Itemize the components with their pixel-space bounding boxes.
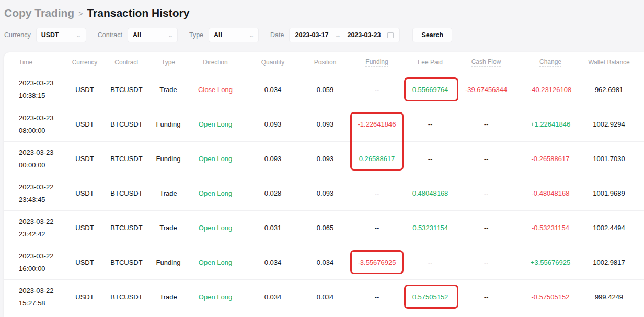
currency-select[interactable]: USDT ⌄ bbox=[36, 28, 86, 42]
contract-select[interactable]: All ⌄ bbox=[128, 28, 178, 42]
cell-time-line: 08:00:00 bbox=[19, 124, 45, 137]
cell-time-line: 16:00:00 bbox=[19, 263, 45, 275]
cell-type: Funding bbox=[148, 142, 188, 176]
cell-value: BTCUSDT bbox=[110, 86, 142, 94]
cell-value: 1002.9817 bbox=[593, 258, 625, 266]
column-header-label: Direction bbox=[203, 59, 227, 66]
cell-quantity: 0.031 bbox=[243, 211, 303, 245]
column-header-label: Cash Flow bbox=[472, 58, 501, 67]
cell-value: 1002.9294 bbox=[593, 120, 625, 128]
cell-funding: -- bbox=[347, 280, 407, 314]
table-row: 2023-03-2223:43:45USDTBTCUSDTTradeOpen L… bbox=[4, 176, 644, 210]
cell-currency: USDT bbox=[65, 107, 105, 141]
column-header-label: Change bbox=[539, 58, 561, 67]
cell-quantity: 0.034 bbox=[243, 72, 303, 107]
cell-cash-flow: -- bbox=[454, 211, 519, 245]
cell-contract: BTCUSDT bbox=[105, 72, 148, 107]
cell-time-line: 23:43:45 bbox=[19, 194, 45, 206]
breadcrumb-copy-trading[interactable]: Copy Trading bbox=[4, 7, 74, 19]
date-end-value[interactable]: 2023-03-23 bbox=[347, 31, 381, 39]
cell-type: Trade bbox=[148, 211, 188, 245]
cell-value: 0.55669764 bbox=[412, 86, 448, 94]
cell-value: -- bbox=[484, 155, 489, 163]
cell-value: USDT bbox=[75, 224, 94, 232]
cell-wallet-balance: 1001.9689 bbox=[582, 176, 636, 210]
chevron-down-icon: ⌄ bbox=[76, 32, 82, 38]
type-select-value: All bbox=[214, 31, 222, 39]
transaction-table-card: TimeCurrencyContractTypeDirectionQuantit… bbox=[4, 52, 644, 317]
cell-value: Open Long bbox=[199, 189, 232, 197]
column-header-change: Change bbox=[519, 52, 582, 72]
breadcrumb-separator-icon: > bbox=[78, 9, 83, 18]
cell-value: BTCUSDT bbox=[110, 258, 142, 266]
cell-value: BTCUSDT bbox=[110, 189, 142, 197]
cell-value: -- bbox=[428, 120, 433, 128]
cell-wallet-balance: 962.6981 bbox=[582, 72, 636, 107]
cell-time: 2023-03-2215:27:58 bbox=[19, 280, 65, 314]
cell-value: 0.065 bbox=[317, 224, 334, 232]
cell-value: 0.034 bbox=[264, 293, 282, 301]
cell-date-line: 2023-03-22 bbox=[19, 216, 54, 228]
cell-contract: BTCUSDT bbox=[105, 245, 148, 279]
cell-value: BTCUSDT bbox=[110, 224, 142, 232]
cell-contract: BTCUSDT bbox=[105, 176, 148, 210]
cell-value: 0.093 bbox=[317, 189, 334, 197]
cell-time: 2023-03-2300:00:00 bbox=[19, 142, 65, 176]
cell-wallet-balance: 1002.4494 bbox=[582, 211, 636, 245]
cell-value: +3.55676925 bbox=[531, 258, 570, 266]
date-start-value[interactable]: 2023-03-17 bbox=[295, 31, 328, 39]
cell-type: Trade bbox=[148, 176, 188, 210]
column-header-label: Funding bbox=[365, 58, 388, 67]
cell-fee-paid: 0.53231154 bbox=[407, 211, 454, 245]
cell-value: BTCUSDT bbox=[110, 293, 142, 301]
cell-value: -0.26588617 bbox=[531, 155, 569, 163]
cell-value: USDT bbox=[75, 293, 94, 301]
cell-time-line: 00:00:00 bbox=[19, 159, 45, 172]
cell-value: -40.23126108 bbox=[530, 86, 571, 94]
cell-date-line: 2023-03-22 bbox=[19, 250, 54, 263]
cell-value: -39.67456344 bbox=[465, 86, 507, 94]
cell-value: 0.093 bbox=[317, 120, 334, 128]
cell-currency: USDT bbox=[65, 176, 105, 210]
cell-cash-flow: -- bbox=[454, 280, 519, 314]
cell-wallet-balance: 1002.9294 bbox=[582, 107, 636, 141]
cell-type: Trade bbox=[148, 72, 188, 107]
cell-value: -3.55676925 bbox=[358, 258, 396, 266]
cell-position: 0.034 bbox=[303, 280, 347, 314]
cell-date-line: 2023-03-23 bbox=[19, 77, 54, 89]
date-range-picker[interactable]: 2023-03-17 → 2023-03-23 bbox=[289, 28, 400, 42]
cell-value: Trade bbox=[159, 224, 177, 232]
cell-value: Trade bbox=[159, 86, 177, 94]
cell-value: -- bbox=[484, 120, 489, 128]
cell-value: -- bbox=[484, 189, 489, 197]
cell-value: Open Long bbox=[199, 258, 232, 266]
cell-value: 1001.7030 bbox=[593, 155, 625, 163]
column-header-label: Type bbox=[162, 59, 175, 66]
cell-wallet-balance: 999.4249 bbox=[582, 280, 636, 314]
cell-value: Open Long bbox=[199, 120, 232, 128]
cell-value: 0.028 bbox=[264, 189, 282, 197]
cell-value: BTCUSDT bbox=[110, 120, 142, 128]
cell-change: -0.53231154 bbox=[519, 211, 582, 245]
cell-change: -0.48048168 bbox=[519, 176, 582, 210]
table-row: 2023-03-2216:00:00USDTBTCUSDTFundingOpen… bbox=[4, 245, 644, 279]
cell-value: 0.53231154 bbox=[412, 224, 448, 232]
cell-value: Funding bbox=[156, 258, 181, 266]
cell-value: Trade bbox=[159, 189, 177, 197]
column-header-direction: Direction bbox=[188, 52, 243, 72]
cell-currency: USDT bbox=[65, 245, 105, 279]
currency-select-value: USDT bbox=[41, 31, 59, 39]
cell-quantity: 0.093 bbox=[243, 107, 303, 141]
cell-time: 2023-03-2223:43:45 bbox=[19, 176, 65, 210]
cell-time: 2023-03-2216:00:00 bbox=[19, 245, 65, 279]
cell-value: 0.034 bbox=[264, 86, 282, 94]
table-header-row: TimeCurrencyContractTypeDirectionQuantit… bbox=[4, 52, 644, 72]
cell-contract: BTCUSDT bbox=[105, 280, 148, 314]
cell-position: 0.093 bbox=[303, 142, 347, 176]
type-select[interactable]: All ⌄ bbox=[209, 28, 259, 42]
table-row: 2023-03-2308:00:00USDTBTCUSDTFundingOpen… bbox=[4, 107, 644, 141]
search-button[interactable]: Search bbox=[412, 28, 452, 42]
column-header-fee-paid: Fee Paid bbox=[407, 52, 454, 72]
cell-value: USDT bbox=[75, 258, 94, 266]
breadcrumb: Copy Trading > Transaction History bbox=[4, 5, 644, 21]
